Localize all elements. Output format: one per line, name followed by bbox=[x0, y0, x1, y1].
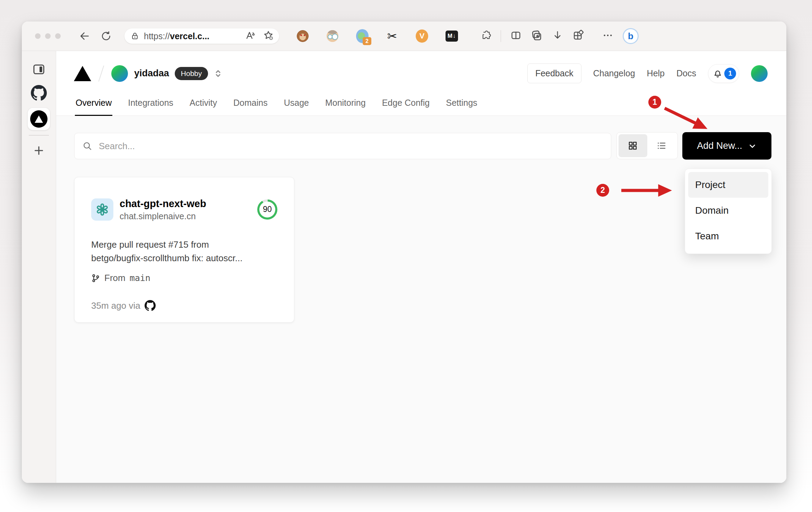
toolbar-divider bbox=[501, 30, 501, 42]
apps-button[interactable] bbox=[572, 30, 584, 42]
sidebar-item-github[interactable] bbox=[30, 84, 47, 102]
window-controls bbox=[35, 33, 61, 39]
list-view-icon bbox=[656, 140, 667, 151]
split-screen-icon bbox=[510, 30, 521, 41]
avatar-extension-button[interactable] bbox=[326, 30, 339, 42]
project-favicon bbox=[91, 198, 113, 221]
vercel-tabs: Overview Integrations Activity Domains U… bbox=[56, 96, 786, 116]
back-arrow-icon bbox=[79, 31, 90, 42]
plus-icon bbox=[33, 145, 45, 156]
menu-item-domain[interactable]: Domain bbox=[688, 198, 768, 223]
edge-sidebar bbox=[22, 51, 56, 483]
url-text: https://vercel.c... bbox=[144, 31, 209, 41]
project-card-header: chat-gpt-next-web chat.simplenaive.cn 90 bbox=[91, 197, 277, 221]
maximize-button[interactable] bbox=[55, 33, 61, 39]
overview-content: Add New... bbox=[56, 116, 786, 483]
markdown-extension-button[interactable]: M↓ bbox=[446, 30, 458, 42]
tab-activity[interactable]: Activity bbox=[189, 96, 218, 116]
collections-button[interactable] bbox=[531, 29, 543, 43]
add-new-button[interactable]: Add New... bbox=[682, 132, 771, 160]
tab-settings[interactable]: Settings bbox=[445, 96, 478, 116]
downloads-button[interactable] bbox=[552, 30, 563, 42]
sidebar-panel-button[interactable] bbox=[30, 61, 47, 78]
read-aloud-button[interactable] bbox=[245, 30, 256, 42]
monkey-icon bbox=[297, 30, 309, 42]
settings-more-button[interactable] bbox=[602, 30, 613, 42]
lock-icon bbox=[131, 32, 139, 40]
list-view-button[interactable] bbox=[647, 134, 676, 157]
close-button[interactable] bbox=[35, 33, 41, 39]
grid-view-button[interactable] bbox=[619, 134, 647, 157]
project-name[interactable]: chat-gpt-next-web bbox=[120, 197, 206, 210]
notifications-button[interactable]: 1 bbox=[708, 64, 739, 83]
tab-overview[interactable]: Overview bbox=[75, 96, 112, 116]
vercel-page: yidadaa Hobby Feedback Changelog Help Do… bbox=[56, 51, 786, 483]
tab-domains[interactable]: Domains bbox=[233, 96, 268, 116]
proxy-extension-button[interactable]: 2 bbox=[356, 30, 369, 42]
header-right: Feedback Changelog Help Docs 1 bbox=[527, 63, 768, 83]
add-new-dropdown: Project Domain Team bbox=[685, 169, 772, 254]
ellipsis-icon bbox=[602, 30, 613, 41]
video-extension-button[interactable]: V bbox=[416, 30, 428, 42]
read-aloud-icon bbox=[245, 30, 256, 41]
project-search bbox=[74, 133, 611, 159]
puzzle-icon bbox=[480, 30, 491, 41]
plan-badge: Hobby bbox=[175, 67, 208, 80]
proxy-badge: 2 bbox=[363, 37, 371, 45]
favorites-button[interactable] bbox=[263, 30, 274, 42]
refresh-icon bbox=[101, 31, 112, 42]
minimize-button[interactable] bbox=[45, 33, 51, 39]
back-button[interactable] bbox=[79, 30, 90, 42]
project-domain[interactable]: chat.simplenaive.cn bbox=[120, 211, 206, 221]
face-icon bbox=[327, 30, 338, 42]
menu-item-project[interactable]: Project bbox=[688, 172, 768, 198]
refresh-button[interactable] bbox=[100, 30, 112, 42]
commit-message[interactable]: Merge pull request #715 from betgo/bugfi… bbox=[91, 238, 277, 265]
project-card[interactable]: chat-gpt-next-web chat.simplenaive.cn 90… bbox=[74, 177, 294, 323]
collections-icon bbox=[531, 29, 543, 41]
help-link[interactable]: Help bbox=[647, 68, 665, 78]
openai-logo-icon bbox=[95, 202, 110, 217]
team-switcher-button[interactable] bbox=[213, 68, 223, 79]
proxy-icon: 2 bbox=[356, 29, 369, 43]
score-ring[interactable]: 90 bbox=[257, 199, 277, 220]
extensions-menu-button[interactable] bbox=[480, 30, 491, 42]
tab-monitoring[interactable]: Monitoring bbox=[325, 96, 366, 116]
docs-link[interactable]: Docs bbox=[676, 68, 696, 78]
vercel-header: yidadaa Hobby Feedback Changelog Help Do… bbox=[56, 51, 786, 96]
deployment-meta: 35m ago via bbox=[91, 300, 277, 311]
vercel-logo[interactable] bbox=[74, 66, 91, 81]
tab-usage[interactable]: Usage bbox=[283, 96, 310, 116]
download-icon bbox=[552, 30, 563, 41]
user-avatar[interactable] bbox=[751, 65, 768, 82]
branch-row: From main bbox=[91, 273, 277, 283]
sidebar-panel-icon bbox=[32, 62, 46, 76]
split-screen-button[interactable] bbox=[510, 30, 521, 42]
vercel-icon bbox=[30, 110, 47, 128]
tab-integrations[interactable]: Integrations bbox=[127, 96, 174, 116]
deployment-time: 35m ago via bbox=[91, 300, 140, 311]
score-value: 90 bbox=[259, 202, 275, 217]
branch-label: From bbox=[104, 273, 126, 283]
feedback-button[interactable]: Feedback bbox=[527, 63, 581, 83]
team-avatar[interactable] bbox=[111, 65, 128, 82]
address-bar[interactable]: https://vercel.c... bbox=[124, 28, 279, 44]
github-icon bbox=[31, 85, 47, 101]
star-add-icon bbox=[263, 30, 274, 41]
changelog-link[interactable]: Changelog bbox=[593, 68, 635, 78]
sidebar-add-button[interactable] bbox=[30, 142, 47, 159]
markdown-download-icon: M↓ bbox=[446, 31, 458, 42]
tampermonkey-extension-button[interactable] bbox=[296, 30, 309, 42]
chevrons-updown-icon bbox=[213, 68, 223, 79]
sidebar-item-vercel-active[interactable] bbox=[28, 108, 50, 130]
view-toggle bbox=[616, 132, 678, 159]
tab-edge-config[interactable]: Edge Config bbox=[381, 96, 431, 116]
bing-chat-button[interactable]: b bbox=[623, 28, 639, 44]
apps-grid-icon bbox=[572, 30, 584, 41]
search-input[interactable] bbox=[99, 141, 603, 152]
menu-item-team[interactable]: Team bbox=[688, 223, 768, 249]
clipper-extension-button[interactable]: ✂ bbox=[386, 30, 398, 42]
chevron-down-icon bbox=[748, 142, 757, 151]
video-download-icon: V bbox=[416, 29, 428, 43]
extensions-row: 2 ✂ V M↓ bbox=[296, 30, 458, 42]
